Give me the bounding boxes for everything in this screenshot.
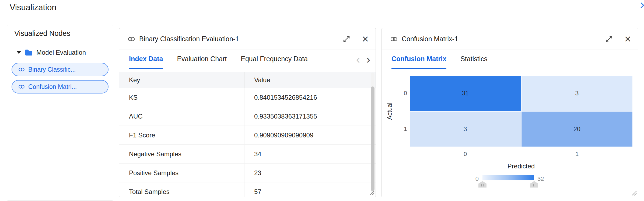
table-row: AUC 0.9335038363171355	[119, 107, 376, 126]
tab-evaluation-chart[interactable]: Evaluation Chart	[177, 50, 227, 69]
matrix-cell-0-0: 31	[410, 76, 521, 111]
expand-icon[interactable]	[342, 35, 351, 43]
table-cell-key: Negative Samples	[119, 145, 244, 163]
node-chip-confusion-matrix[interactable]: Confusion Matri...	[12, 80, 108, 93]
table-scrollbar[interactable]	[371, 72, 374, 195]
matrix-cell-1-0: 3	[410, 112, 521, 147]
confusion-matrix-card: Confusion Matrix-1 × Confusion Matrix St…	[382, 28, 638, 197]
expand-icon[interactable]	[605, 35, 613, 43]
table-cell-value: 23	[244, 164, 376, 182]
tab-next-icon[interactable]: ›	[366, 54, 370, 65]
page-title: Visualization	[10, 3, 56, 12]
node-icon	[127, 35, 135, 43]
card-header: Binary Classification Evaluation-1 ×	[119, 28, 376, 50]
sidebar-title: Visualized Nodes	[7, 25, 113, 42]
x-tick-1: 1	[522, 151, 632, 158]
legend-handle-max[interactable]	[530, 181, 538, 188]
x-axis-label: Predicted	[410, 162, 632, 170]
tab-scroll-arrows: ‹ ›	[356, 50, 370, 69]
tab-confusion-matrix[interactable]: Confusion Matrix	[391, 50, 446, 69]
table-cell-value: 0.9335038363171355	[244, 107, 376, 126]
tab-statistics[interactable]: Statistics	[460, 50, 487, 69]
table-cell-value: 57	[244, 182, 376, 197]
node-icon	[18, 66, 25, 73]
table-cell-key: Total Samples	[119, 182, 244, 197]
legend-gradient-bar	[482, 175, 534, 180]
matrix-cell-0-1: 3	[522, 76, 632, 111]
tree-item-model-evaluation[interactable]: Model Evaluation	[7, 42, 113, 60]
column-header-value: Value	[244, 72, 376, 88]
card-title: Binary Classification Evaluation-1	[139, 35, 339, 43]
table-row: Positive Samples 23	[119, 164, 376, 182]
table-cell-key: Positive Samples	[119, 164, 244, 182]
resize-handle[interactable]	[631, 190, 637, 196]
node-icon	[390, 35, 398, 43]
close-icon[interactable]: ×	[624, 34, 631, 44]
folder-icon	[25, 49, 33, 56]
tab-equal-frequency-data[interactable]: Equal Frequency Data	[241, 50, 308, 69]
table-row: Negative Samples 34	[119, 145, 376, 164]
table-cell-value: 0.8401534526854216	[244, 88, 376, 107]
table-cell-key: KS	[119, 88, 244, 107]
column-header-key: Key	[119, 72, 244, 88]
panel-close-icon[interactable]: ×	[640, 0, 644, 12]
table-cell-key: AUC	[119, 107, 244, 126]
x-tick-0: 0	[410, 151, 521, 158]
eval-card-body: Key Value KS 0.8401534526854216 AUC 0.93…	[119, 69, 376, 197]
scrollbar-thumb[interactable]	[371, 86, 374, 191]
tab-index-data[interactable]: Index Data	[129, 50, 163, 69]
heatmap-grid: 31 3 3 20	[410, 76, 632, 147]
binary-classification-evaluation-card: Binary Classification Evaluation-1 × Ind…	[119, 28, 376, 197]
visualization-panel: Visualization × Visualized Nodes Model E…	[0, 0, 644, 201]
close-icon[interactable]: ×	[362, 34, 369, 44]
table-header-row: Key Value	[119, 72, 376, 88]
node-chip-label: Confusion Matri...	[28, 83, 77, 91]
visualized-nodes-panel: Visualized Nodes Model Evaluation Binary…	[7, 25, 113, 200]
card-title: Confusion Matrix-1	[402, 35, 601, 43]
confusion-matrix-chart: Actual 0 1 31 3 3 20 0 1 Predicted 0 32	[382, 69, 638, 197]
table-row: Total Samples 57	[119, 182, 376, 197]
matrix-cell-1-1: 20	[522, 112, 632, 147]
eval-tabs: Index Data Evaluation Chart Equal Freque…	[119, 50, 376, 69]
tab-prev-icon[interactable]: ‹	[356, 54, 360, 65]
node-icon	[18, 83, 25, 90]
resize-handle[interactable]	[369, 190, 374, 196]
table-row: KS 0.8401534526854216	[119, 88, 376, 107]
y-tick-0: 0	[397, 76, 407, 111]
table-cell-value: 34	[244, 145, 376, 163]
legend-handle-min[interactable]	[478, 181, 486, 188]
table-row: F1 Score 0.909090909090909	[119, 126, 376, 145]
caret-down-icon[interactable]	[16, 51, 21, 54]
index-data-table: Key Value KS 0.8401534526854216 AUC 0.93…	[119, 72, 376, 197]
y-tick-1: 1	[397, 112, 407, 147]
matrix-tabs: Confusion Matrix Statistics	[382, 50, 638, 69]
table-cell-key: F1 Score	[119, 126, 244, 144]
node-chip-label: Binary Classific...	[28, 66, 76, 73]
tree-item-label: Model Evaluation	[36, 49, 86, 56]
card-header: Confusion Matrix-1 ×	[382, 28, 638, 50]
legend-max-label: 32	[537, 175, 544, 182]
node-chip-binary-classification[interactable]: Binary Classific...	[12, 63, 108, 76]
table-cell-value: 0.909090909090909	[244, 126, 376, 144]
legend-min-label: 0	[462, 175, 479, 182]
y-axis-label: Actual	[384, 76, 396, 147]
